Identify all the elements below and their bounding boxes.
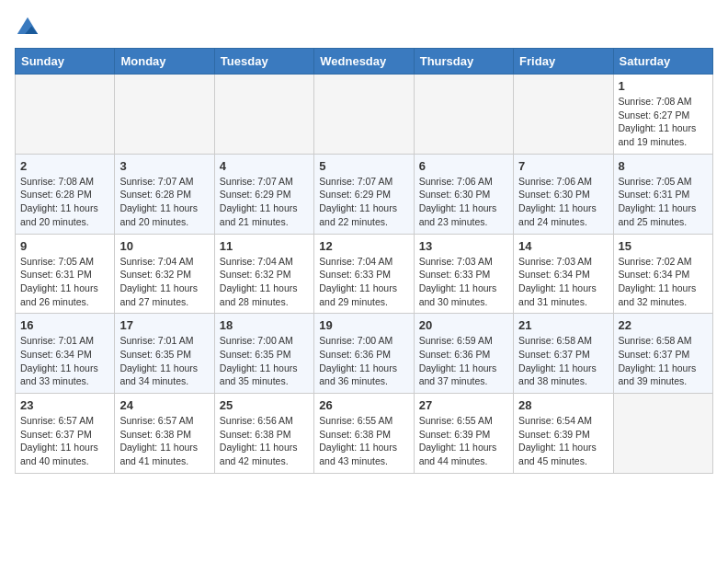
day-info: Sunrise: 7:04 AM Sunset: 6:33 PM Dayligh…	[319, 255, 408, 309]
day-info: Sunrise: 7:08 AM Sunset: 6:27 PM Dayligh…	[619, 95, 708, 149]
day-number: 14	[518, 239, 608, 253]
column-header-saturday: Saturday	[613, 49, 712, 75]
day-cell	[414, 75, 513, 155]
day-number: 4	[220, 159, 309, 173]
day-cell: 15Sunrise: 7:02 AM Sunset: 6:34 PM Dayli…	[613, 234, 712, 314]
day-number: 12	[319, 239, 408, 253]
day-info: Sunrise: 7:07 AM Sunset: 6:29 PM Dayligh…	[319, 175, 408, 229]
day-info: Sunrise: 7:05 AM Sunset: 6:31 PM Dayligh…	[619, 175, 708, 229]
calendar-header-row: SundayMondayTuesdayWednesdayThursdayFrid…	[16, 49, 713, 75]
day-cell: 7Sunrise: 7:06 AM Sunset: 6:30 PM Daylig…	[514, 154, 613, 234]
day-info: Sunrise: 7:01 AM Sunset: 6:34 PM Dayligh…	[20, 334, 109, 388]
day-number: 23	[20, 398, 109, 412]
day-number: 8	[619, 159, 708, 173]
day-cell: 16Sunrise: 7:01 AM Sunset: 6:34 PM Dayli…	[16, 314, 115, 394]
day-cell: 14Sunrise: 7:03 AM Sunset: 6:34 PM Dayli…	[514, 234, 613, 314]
day-cell	[613, 394, 712, 474]
day-cell: 2Sunrise: 7:08 AM Sunset: 6:28 PM Daylig…	[16, 154, 115, 234]
day-number: 24	[119, 398, 209, 412]
day-info: Sunrise: 7:04 AM Sunset: 6:32 PM Dayligh…	[220, 255, 309, 309]
day-info: Sunrise: 7:08 AM Sunset: 6:28 PM Dayligh…	[20, 175, 109, 229]
week-row-3: 9Sunrise: 7:05 AM Sunset: 6:31 PM Daylig…	[16, 234, 713, 314]
day-number: 17	[119, 318, 209, 332]
week-row-1: 1Sunrise: 7:08 AM Sunset: 6:27 PM Daylig…	[16, 75, 713, 155]
day-cell	[16, 75, 115, 155]
day-info: Sunrise: 7:02 AM Sunset: 6:34 PM Dayligh…	[619, 255, 708, 309]
day-number: 7	[518, 159, 608, 173]
day-cell: 1Sunrise: 7:08 AM Sunset: 6:27 PM Daylig…	[613, 75, 712, 155]
day-info: Sunrise: 7:03 AM Sunset: 6:33 PM Dayligh…	[419, 255, 508, 309]
day-cell: 27Sunrise: 6:55 AM Sunset: 6:39 PM Dayli…	[414, 394, 513, 474]
week-row-4: 16Sunrise: 7:01 AM Sunset: 6:34 PM Dayli…	[16, 314, 713, 394]
day-info: Sunrise: 7:06 AM Sunset: 6:30 PM Dayligh…	[518, 175, 608, 229]
column-header-thursday: Thursday	[414, 49, 513, 75]
day-cell: 17Sunrise: 7:01 AM Sunset: 6:35 PM Dayli…	[115, 314, 214, 394]
day-number: 6	[419, 159, 508, 173]
day-cell: 8Sunrise: 7:05 AM Sunset: 6:31 PM Daylig…	[613, 154, 712, 234]
day-number: 22	[619, 318, 708, 332]
day-cell: 3Sunrise: 7:07 AM Sunset: 6:28 PM Daylig…	[115, 154, 214, 234]
day-number: 21	[518, 318, 608, 332]
day-cell	[214, 75, 313, 155]
logo-icon	[15, 15, 40, 40]
day-info: Sunrise: 6:59 AM Sunset: 6:36 PM Dayligh…	[419, 334, 508, 388]
day-cell: 13Sunrise: 7:03 AM Sunset: 6:33 PM Dayli…	[414, 234, 513, 314]
day-info: Sunrise: 7:00 AM Sunset: 6:36 PM Dayligh…	[319, 334, 408, 388]
day-number: 25	[220, 398, 309, 412]
day-info: Sunrise: 7:07 AM Sunset: 6:29 PM Dayligh…	[220, 175, 309, 229]
day-number: 2	[20, 159, 109, 173]
day-number: 26	[319, 398, 408, 412]
day-cell: 6Sunrise: 7:06 AM Sunset: 6:30 PM Daylig…	[414, 154, 513, 234]
page-header	[15, 15, 713, 40]
day-cell: 25Sunrise: 6:56 AM Sunset: 6:38 PM Dayli…	[214, 394, 313, 474]
day-info: Sunrise: 7:05 AM Sunset: 6:31 PM Dayligh…	[20, 255, 109, 309]
day-info: Sunrise: 7:01 AM Sunset: 6:35 PM Dayligh…	[119, 334, 209, 388]
day-number: 18	[220, 318, 309, 332]
column-header-wednesday: Wednesday	[314, 49, 414, 75]
day-cell	[115, 75, 214, 155]
day-cell	[314, 75, 414, 155]
day-number: 27	[419, 398, 508, 412]
day-number: 20	[419, 318, 508, 332]
day-cell: 4Sunrise: 7:07 AM Sunset: 6:29 PM Daylig…	[214, 154, 313, 234]
day-cell: 21Sunrise: 6:58 AM Sunset: 6:37 PM Dayli…	[514, 314, 613, 394]
day-number: 5	[319, 159, 408, 173]
day-info: Sunrise: 7:07 AM Sunset: 6:28 PM Dayligh…	[119, 175, 209, 229]
day-cell: 23Sunrise: 6:57 AM Sunset: 6:37 PM Dayli…	[16, 394, 115, 474]
week-row-5: 23Sunrise: 6:57 AM Sunset: 6:37 PM Dayli…	[16, 394, 713, 474]
day-info: Sunrise: 7:06 AM Sunset: 6:30 PM Dayligh…	[419, 175, 508, 229]
day-info: Sunrise: 6:55 AM Sunset: 6:39 PM Dayligh…	[419, 414, 508, 468]
day-cell	[514, 75, 613, 155]
day-number: 11	[220, 239, 309, 253]
column-header-monday: Monday	[115, 49, 214, 75]
day-number: 13	[419, 239, 508, 253]
week-row-2: 2Sunrise: 7:08 AM Sunset: 6:28 PM Daylig…	[16, 154, 713, 234]
day-number: 16	[20, 318, 109, 332]
day-cell: 19Sunrise: 7:00 AM Sunset: 6:36 PM Dayli…	[314, 314, 414, 394]
day-cell: 24Sunrise: 6:57 AM Sunset: 6:38 PM Dayli…	[115, 394, 214, 474]
day-info: Sunrise: 6:58 AM Sunset: 6:37 PM Dayligh…	[619, 334, 708, 388]
day-cell: 12Sunrise: 7:04 AM Sunset: 6:33 PM Dayli…	[314, 234, 414, 314]
day-number: 9	[20, 239, 109, 253]
logo	[15, 15, 44, 40]
day-info: Sunrise: 7:04 AM Sunset: 6:32 PM Dayligh…	[119, 255, 209, 309]
day-cell: 26Sunrise: 6:55 AM Sunset: 6:38 PM Dayli…	[314, 394, 414, 474]
day-info: Sunrise: 7:00 AM Sunset: 6:35 PM Dayligh…	[220, 334, 309, 388]
day-info: Sunrise: 6:57 AM Sunset: 6:38 PM Dayligh…	[119, 414, 209, 468]
day-cell: 9Sunrise: 7:05 AM Sunset: 6:31 PM Daylig…	[16, 234, 115, 314]
day-info: Sunrise: 6:55 AM Sunset: 6:38 PM Dayligh…	[319, 414, 408, 468]
day-info: Sunrise: 6:58 AM Sunset: 6:37 PM Dayligh…	[518, 334, 608, 388]
day-number: 3	[119, 159, 209, 173]
calendar: SundayMondayTuesdayWednesdayThursdayFrid…	[15, 48, 713, 474]
day-info: Sunrise: 7:03 AM Sunset: 6:34 PM Dayligh…	[518, 255, 608, 309]
day-info: Sunrise: 6:56 AM Sunset: 6:38 PM Dayligh…	[220, 414, 309, 468]
column-header-tuesday: Tuesday	[214, 49, 313, 75]
day-cell: 10Sunrise: 7:04 AM Sunset: 6:32 PM Dayli…	[115, 234, 214, 314]
day-number: 28	[518, 398, 608, 412]
day-cell: 28Sunrise: 6:54 AM Sunset: 6:39 PM Dayli…	[514, 394, 613, 474]
day-cell: 20Sunrise: 6:59 AM Sunset: 6:36 PM Dayli…	[414, 314, 513, 394]
column-header-friday: Friday	[514, 49, 613, 75]
day-number: 15	[619, 239, 708, 253]
day-number: 19	[319, 318, 408, 332]
day-cell: 11Sunrise: 7:04 AM Sunset: 6:32 PM Dayli…	[214, 234, 313, 314]
